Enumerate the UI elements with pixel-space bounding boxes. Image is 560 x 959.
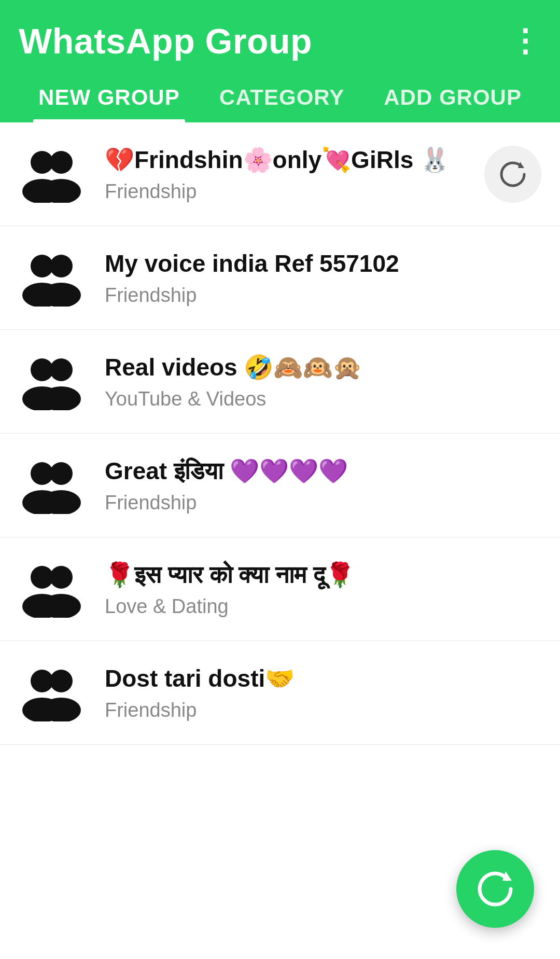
group-info: 🌹इस प्यार को क्या नाम दू🌹 Love & Dating: [105, 560, 541, 618]
group-info: Real videos 🤣🙈🙉🙊 YouTube & Videos: [105, 353, 541, 410]
tab-bar: NEW GROUP CATEGORY ADD GROUP: [19, 76, 541, 122]
group-avatar: [19, 457, 86, 514]
list-item[interactable]: My voice india Ref 557102 Friendship: [0, 226, 560, 330]
svg-point-22: [50, 670, 73, 692]
group-avatar: [19, 353, 86, 410]
svg-point-6: [50, 255, 73, 277]
group-avatar: [19, 146, 86, 203]
svg-point-16: [41, 490, 81, 514]
group-avatar: [19, 561, 86, 618]
group-name: Great इंडिया 💜💜💜💜: [105, 456, 541, 487]
group-name: Dost tari dosti🤝: [105, 664, 541, 694]
svg-point-12: [41, 386, 81, 410]
list-item[interactable]: Real videos 🤣🙈🙉🙊 YouTube & Videos: [0, 330, 560, 434]
group-category: Friendship: [105, 699, 541, 721]
svg-point-8: [41, 283, 81, 307]
group-info: 💔Frindshin🌸only💘GiRls 🐰 Friendship: [105, 145, 479, 203]
group-name: My voice india Ref 557102: [105, 249, 541, 279]
group-list: 💔Frindshin🌸only💘GiRls 🐰 Friendship My vo…: [0, 122, 560, 745]
list-item[interactable]: 💔Frindshin🌸only💘GiRls 🐰 Friendship: [0, 122, 560, 226]
svg-point-3: [41, 179, 81, 203]
group-avatar: [19, 664, 86, 721]
group-category: Friendship: [105, 180, 479, 203]
list-item[interactable]: 🌹इस प्यार को क्या नाम दू🌹 Love & Dating: [0, 537, 560, 641]
svg-point-14: [50, 462, 73, 485]
group-info: My voice india Ref 557102 Friendship: [105, 249, 541, 307]
group-name: 💔Frindshin🌸only💘GiRls 🐰: [105, 145, 479, 175]
list-item[interactable]: Great इंडिया 💜💜💜💜 Friendship: [0, 434, 560, 537]
group-name: Real videos 🤣🙈🙉🙊: [105, 353, 541, 383]
group-category: Friendship: [105, 492, 541, 514]
svg-point-24: [41, 698, 81, 721]
list-item[interactable]: Dost tari dosti🤝 Friendship: [0, 641, 560, 745]
refresh-inline-button[interactable]: [484, 146, 541, 203]
group-info: Dost tari dosti🤝 Friendship: [105, 664, 541, 721]
more-options-icon[interactable]: ⋮: [509, 23, 541, 59]
group-category: Love & Dating: [105, 595, 541, 618]
tab-category[interactable]: CATEGORY: [214, 76, 349, 122]
fab-refresh-button[interactable]: [456, 850, 534, 928]
group-category: YouTube & Videos: [105, 388, 541, 410]
app-title: WhatsApp Group: [19, 21, 312, 61]
group-avatar: [19, 249, 86, 307]
tab-add-group[interactable]: ADD GROUP: [379, 76, 527, 122]
group-category: Friendship: [105, 284, 541, 307]
group-info: Great इंडिया 💜💜💜💜 Friendship: [105, 456, 541, 514]
svg-point-10: [50, 358, 73, 381]
group-name: 🌹इस प्यार को क्या नाम दू🌹: [105, 560, 541, 590]
svg-point-20: [41, 594, 81, 618]
svg-point-1: [50, 151, 73, 174]
svg-point-18: [50, 566, 73, 589]
tab-new-group[interactable]: NEW GROUP: [33, 76, 185, 122]
app-header: WhatsApp Group ⋮ NEW GROUP CATEGORY ADD …: [0, 0, 560, 122]
